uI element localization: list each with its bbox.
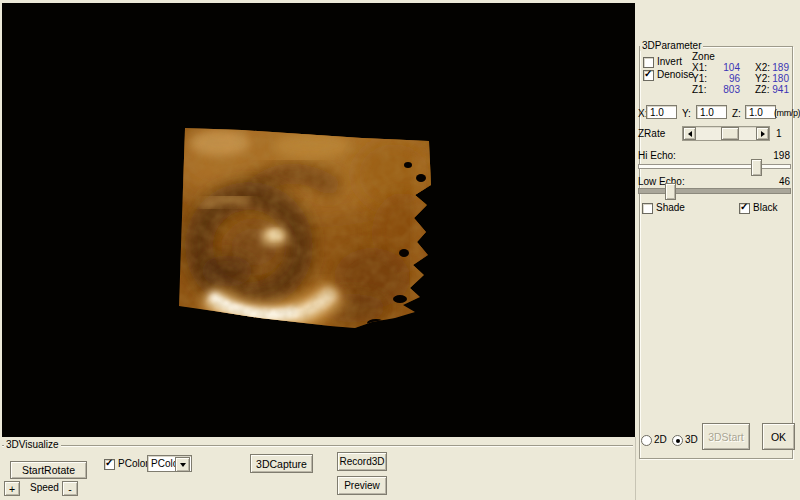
preview-button[interactable]: Preview bbox=[337, 476, 387, 495]
checkmark-icon: ✓ bbox=[105, 458, 113, 468]
scroll-right-icon bbox=[761, 131, 765, 137]
low-echo-slider-track[interactable] bbox=[638, 188, 791, 194]
parameter-group-title: 3DParameter bbox=[640, 40, 703, 51]
hi-echo-value: 198 bbox=[765, 150, 790, 161]
invert-label: Invert bbox=[657, 56, 682, 67]
visualize-group-title: 3DVisualize bbox=[4, 439, 61, 450]
mode-3d-label: 3D bbox=[685, 434, 698, 445]
hi-echo-slider-thumb[interactable] bbox=[751, 159, 762, 176]
scale-x-input[interactable] bbox=[646, 105, 677, 119]
chevron-down-icon bbox=[180, 463, 186, 467]
zone-z2-value: 941 bbox=[765, 84, 789, 95]
capture3d-button[interactable]: 3DCapture bbox=[250, 454, 313, 473]
render-viewport[interactable] bbox=[2, 3, 635, 437]
shade-label: Shade bbox=[656, 202, 685, 213]
low-echo-slider-thumb[interactable] bbox=[665, 183, 676, 200]
zone-z1-label: Z1: bbox=[692, 84, 706, 95]
pcolor-dropdown[interactable]: PColor bbox=[147, 455, 192, 472]
zone-x1-value: 104 bbox=[710, 62, 740, 73]
zrate-scrollbar-thumb[interactable] bbox=[721, 127, 739, 140]
shade-checkbox[interactable] bbox=[642, 203, 653, 214]
scale-z-label: Z: bbox=[732, 108, 741, 119]
mode-2d-label: 2D bbox=[654, 434, 667, 445]
zone-y2-value: 180 bbox=[765, 73, 789, 84]
checkmark-icon: ✓ bbox=[644, 69, 652, 79]
scale-z-input[interactable] bbox=[745, 105, 776, 119]
ok-button[interactable]: OK bbox=[762, 423, 795, 450]
pcolor-checkbox[interactable]: ✓ bbox=[104, 459, 115, 470]
hi-echo-slider-track[interactable] bbox=[638, 164, 791, 169]
scroll-left-icon bbox=[688, 131, 692, 137]
zone-x1-label: X1: bbox=[692, 62, 707, 73]
start3d-button[interactable]: 3DStart bbox=[702, 423, 750, 450]
hi-echo-label: Hi Echo: bbox=[638, 150, 676, 161]
mode-3d-radio[interactable] bbox=[672, 435, 683, 446]
zrate-scroll-left-button[interactable] bbox=[683, 127, 696, 140]
visualize-panel: 3DVisualize StartRotate + Speed - ✓ PCol… bbox=[0, 437, 636, 500]
app-window: 3DParameter Invert ✓ Denoise Zone X1: 10… bbox=[0, 0, 800, 500]
checkmark-icon: ✓ bbox=[740, 202, 748, 212]
scale-y-label: Y: bbox=[682, 108, 691, 119]
zone-x2-value: 189 bbox=[765, 62, 789, 73]
zone-y1-label: Y1: bbox=[692, 73, 707, 84]
speed-plus-button[interactable]: + bbox=[4, 481, 20, 496]
denoise-label: Denoise bbox=[657, 69, 694, 80]
speed-label: Speed bbox=[30, 482, 59, 493]
invert-checkbox[interactable] bbox=[643, 57, 654, 68]
ultrasound-volume-image bbox=[2, 3, 635, 437]
zone-z1-value: 803 bbox=[710, 84, 740, 95]
low-echo-label: Low Echo: bbox=[638, 176, 685, 187]
low-echo-value: 46 bbox=[765, 176, 790, 187]
zrate-scrollbar[interactable] bbox=[682, 126, 770, 141]
start-rotate-button[interactable]: StartRotate bbox=[10, 461, 87, 479]
scale-y-input[interactable] bbox=[696, 105, 727, 119]
scale-unit-label: (mm/p) bbox=[774, 108, 800, 118]
zone-y1-value: 96 bbox=[710, 73, 740, 84]
zrate-scroll-right-button[interactable] bbox=[756, 127, 769, 140]
pcolor-label: PColor bbox=[118, 458, 149, 469]
speed-minus-button[interactable]: - bbox=[62, 481, 78, 496]
pcolor-dropdown-button[interactable] bbox=[175, 457, 190, 472]
black-checkbox[interactable]: ✓ bbox=[739, 203, 750, 214]
zone-title: Zone bbox=[692, 51, 715, 62]
denoise-checkbox[interactable]: ✓ bbox=[643, 70, 654, 81]
visualize-groupbox-line bbox=[2, 445, 633, 446]
parameter-panel: 3DParameter Invert ✓ Denoise Zone X1: 10… bbox=[635, 0, 800, 500]
zrate-label: ZRate bbox=[638, 128, 665, 139]
black-label: Black bbox=[753, 202, 777, 213]
mode-2d-radio[interactable] bbox=[641, 435, 652, 446]
zrate-value: 1 bbox=[776, 128, 782, 139]
record3d-button[interactable]: Record3D bbox=[337, 452, 387, 471]
